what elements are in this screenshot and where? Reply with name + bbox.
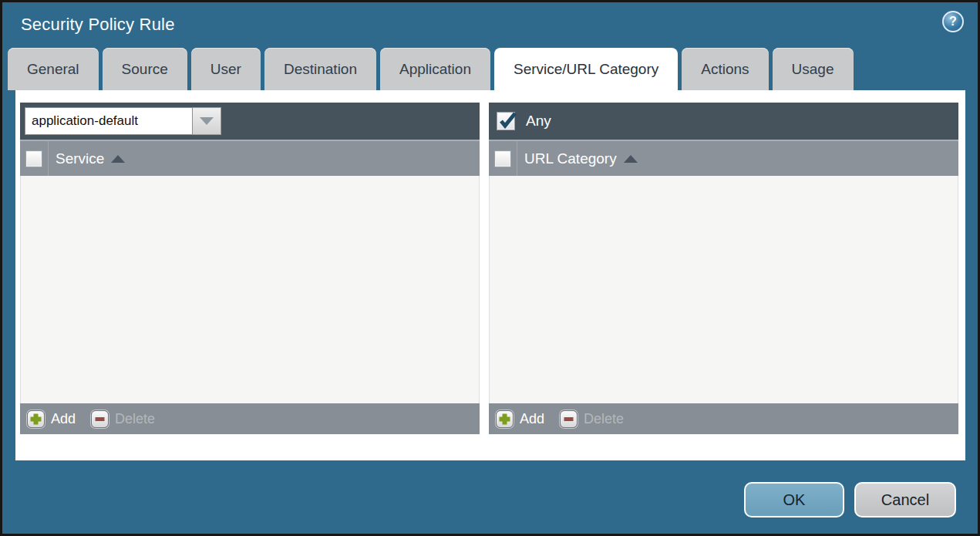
any-row: Any <box>493 112 551 130</box>
tab-general[interactable]: General <box>8 48 99 90</box>
url-category-panel-footer: Add Delete <box>489 403 958 434</box>
help-icon[interactable]: ? <box>942 11 964 32</box>
service-column-header: Service <box>20 140 480 176</box>
tab-source[interactable]: Source <box>103 48 187 90</box>
security-policy-rule-dialog: Security Policy Rule ? General Source Us… <box>0 0 980 536</box>
tab-application[interactable]: Application <box>380 48 490 90</box>
tab-destination[interactable]: Destination <box>264 48 376 90</box>
url-category-select-all-cell <box>489 141 517 176</box>
delete-minus-icon <box>91 410 109 428</box>
add-plus-icon <box>27 410 45 428</box>
url-category-delete-button[interactable]: Delete <box>560 410 624 428</box>
service-column-label[interactable]: Service <box>56 150 104 167</box>
sort-ascending-icon <box>624 155 638 163</box>
tab-strip: General Source User Destination Applicat… <box>2 48 978 90</box>
service-add-button[interactable]: Add <box>27 410 76 428</box>
tab-user[interactable]: User <box>191 48 261 90</box>
chevron-down-icon <box>200 117 214 125</box>
service-panel: Service Add Delete <box>20 103 480 434</box>
delete-minus-icon <box>560 410 578 428</box>
service-select-all-checkbox[interactable] <box>25 150 42 167</box>
url-category-add-button[interactable]: Add <box>496 410 544 428</box>
url-category-list-area <box>489 176 958 403</box>
title-bar: Security Policy Rule ? <box>2 2 978 48</box>
tab-content: Service Add Delete <box>15 90 965 460</box>
service-select-all-cell <box>20 141 49 176</box>
any-label: Any <box>526 113 551 130</box>
dialog-title: Security Policy Rule <box>21 15 175 35</box>
ok-button[interactable]: OK <box>744 482 844 517</box>
service-panel-footer: Add Delete <box>20 403 480 434</box>
service-delete-button[interactable]: Delete <box>91 410 155 428</box>
tab-usage[interactable]: Usage <box>773 48 854 90</box>
service-type-input[interactable] <box>25 107 193 135</box>
add-plus-icon <box>496 410 514 428</box>
url-category-select-all-checkbox[interactable] <box>494 150 511 167</box>
url-category-column-label[interactable]: URL Category <box>524 150 617 167</box>
any-checkbox[interactable] <box>497 112 515 130</box>
checkmark-icon <box>497 110 518 131</box>
tab-actions[interactable]: Actions <box>682 48 768 90</box>
url-category-panel: Any URL Category Add <box>489 103 958 434</box>
dialog-button-bar: OK Cancel <box>2 482 978 517</box>
service-panel-toolbar <box>20 103 480 140</box>
cancel-button[interactable]: Cancel <box>854 482 956 517</box>
url-category-column-header: URL Category <box>489 140 958 176</box>
service-list-area <box>20 176 480 403</box>
url-category-toolbar: Any <box>489 103 958 140</box>
service-type-combobox <box>25 107 221 135</box>
tab-service-url-category[interactable]: Service/URL Category <box>494 48 678 90</box>
sort-ascending-icon <box>111 155 125 163</box>
service-type-dropdown-button[interactable] <box>193 107 221 135</box>
